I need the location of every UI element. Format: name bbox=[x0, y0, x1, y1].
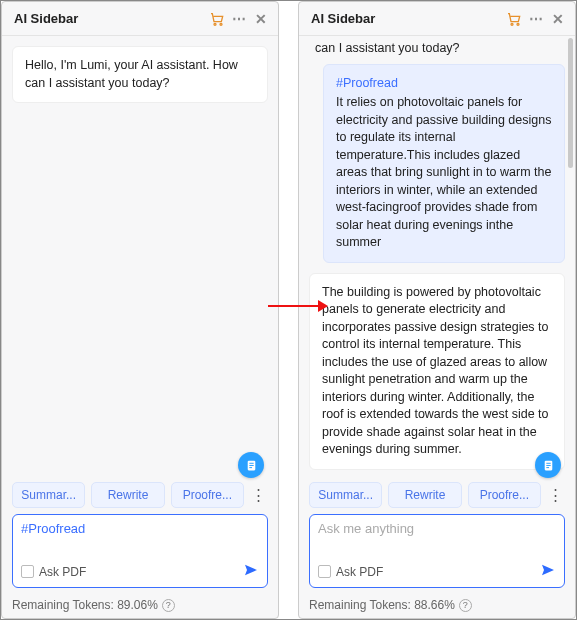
quick-actions: Summar... Rewrite Proofre... ⋮ bbox=[2, 482, 278, 514]
svg-rect-10 bbox=[546, 464, 550, 465]
ai-message: Hello, I'm Lumi, your AI assistant. How … bbox=[12, 46, 268, 103]
partial-greeting: can I assistant you today? bbox=[309, 40, 565, 64]
close-icon[interactable]: ✕ bbox=[250, 8, 272, 30]
panel-title: AI Sidebar bbox=[311, 11, 503, 26]
cart-icon[interactable] bbox=[503, 8, 525, 30]
ai-message-text: The building is powered by photovoltaic … bbox=[322, 285, 549, 457]
chip-rewrite[interactable]: Rewrite bbox=[91, 482, 164, 508]
prompt-input[interactable]: #Proofread Ask PDF bbox=[12, 514, 268, 588]
svg-point-6 bbox=[511, 23, 513, 25]
tokens-label: Remaining Tokens: 88.66% bbox=[309, 598, 455, 612]
ai-sidebar-panel-right: AI Sidebar ⋯ ✕ can I assistant you today… bbox=[298, 1, 576, 619]
cart-icon[interactable] bbox=[206, 8, 228, 30]
ai-sidebar-panel-left: AI Sidebar ⋯ ✕ Hello, I'm Lumi, your AI … bbox=[1, 1, 279, 619]
panel-title: AI Sidebar bbox=[14, 11, 206, 26]
chip-summarize[interactable]: Summar... bbox=[309, 482, 382, 508]
svg-rect-4 bbox=[249, 464, 253, 465]
input-bottom-row: Ask PDF bbox=[318, 562, 556, 581]
scrollbar-track[interactable] bbox=[568, 38, 573, 488]
tokens-footer: Remaining Tokens: 89.06% ? bbox=[2, 594, 278, 618]
quick-actions: Summar... Rewrite Proofre... ⋮ bbox=[299, 482, 575, 514]
context-doc-button[interactable] bbox=[238, 452, 264, 478]
scrollbar-thumb[interactable] bbox=[568, 38, 573, 168]
chip-rewrite[interactable]: Rewrite bbox=[388, 482, 461, 508]
chat-content: Hello, I'm Lumi, your AI assistant. How … bbox=[2, 36, 278, 482]
svg-rect-3 bbox=[249, 462, 253, 463]
chip-proofread[interactable]: Proofre... bbox=[468, 482, 541, 508]
prompt-input-placeholder[interactable]: Ask me anything bbox=[318, 521, 556, 539]
context-doc-button[interactable] bbox=[535, 452, 561, 478]
user-message-tag: #Proofread bbox=[336, 75, 552, 93]
svg-point-7 bbox=[517, 23, 519, 25]
panel-header: AI Sidebar ⋯ ✕ bbox=[2, 2, 278, 36]
chat-content: can I assistant you today? #Proofread It… bbox=[299, 36, 575, 482]
user-message: #Proofread It relies on photovoltaic pan… bbox=[323, 64, 565, 263]
svg-rect-9 bbox=[546, 462, 550, 463]
checkbox-icon[interactable] bbox=[318, 565, 331, 578]
svg-rect-5 bbox=[249, 467, 252, 468]
ask-pdf-label: Ask PDF bbox=[336, 565, 383, 579]
chips-more-icon[interactable]: ⋮ bbox=[547, 486, 565, 504]
more-icon[interactable]: ⋯ bbox=[228, 8, 250, 30]
ask-pdf-toggle[interactable]: Ask PDF bbox=[318, 565, 383, 579]
ai-message-text: Hello, I'm Lumi, your AI assistant. How … bbox=[25, 58, 238, 90]
input-bottom-row: Ask PDF bbox=[21, 562, 259, 581]
prompt-input[interactable]: Ask me anything Ask PDF bbox=[309, 514, 565, 588]
chips-more-icon[interactable]: ⋮ bbox=[250, 486, 268, 504]
send-icon[interactable] bbox=[243, 562, 259, 581]
more-icon[interactable]: ⋯ bbox=[525, 8, 547, 30]
help-icon[interactable]: ? bbox=[459, 599, 472, 612]
ai-message: The building is powered by photovoltaic … bbox=[309, 273, 565, 470]
chip-proofread[interactable]: Proofre... bbox=[171, 482, 244, 508]
svg-point-1 bbox=[220, 23, 222, 25]
svg-point-0 bbox=[214, 23, 216, 25]
close-icon[interactable]: ✕ bbox=[547, 8, 569, 30]
prompt-input-text[interactable]: #Proofread bbox=[21, 521, 259, 539]
chip-summarize[interactable]: Summar... bbox=[12, 482, 85, 508]
panel-header: AI Sidebar ⋯ ✕ bbox=[299, 2, 575, 36]
checkbox-icon[interactable] bbox=[21, 565, 34, 578]
svg-rect-11 bbox=[546, 467, 549, 468]
user-message-text: It relies on photovoltaic panels for ele… bbox=[336, 95, 551, 249]
tokens-footer: Remaining Tokens: 88.66% ? bbox=[299, 594, 575, 618]
ask-pdf-label: Ask PDF bbox=[39, 565, 86, 579]
tokens-label: Remaining Tokens: 89.06% bbox=[12, 598, 158, 612]
send-icon[interactable] bbox=[540, 562, 556, 581]
help-icon[interactable]: ? bbox=[162, 599, 175, 612]
ask-pdf-toggle[interactable]: Ask PDF bbox=[21, 565, 86, 579]
